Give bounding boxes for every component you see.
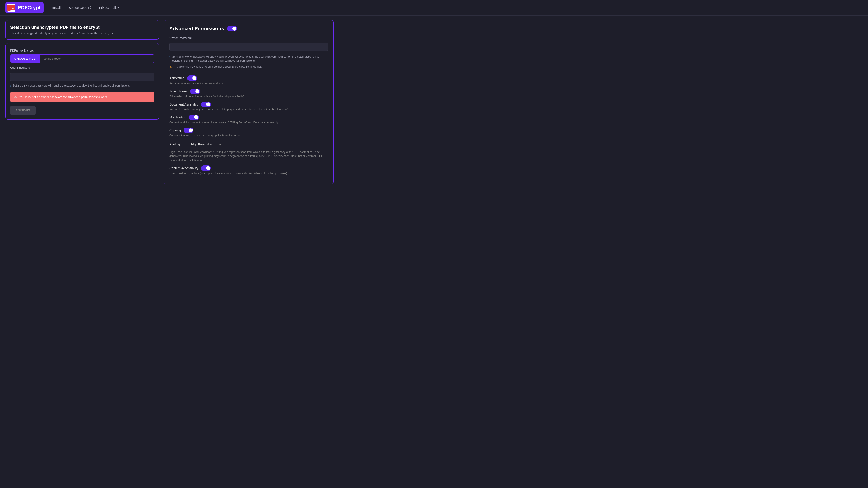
owner-password-input[interactable]: [169, 43, 328, 51]
error-box: ⚠ You must set an owner password for adv…: [10, 92, 154, 102]
nav: Install Source Code Privacy Policy: [49, 4, 122, 11]
filling-forms-desc: Fill in existing interactive form fields…: [169, 95, 328, 98]
document-assembly-toggle[interactable]: [201, 102, 211, 107]
permission-printing: Printing High Resolution Low Resolution …: [169, 141, 328, 162]
error-icon: ⚠: [14, 95, 17, 99]
warning-triangle-icon: ⚠: [169, 65, 172, 69]
filling-forms-label: Filling Forms: [169, 90, 187, 93]
filling-forms-toggle[interactable]: [190, 89, 200, 94]
content-accessibility-label: Content Accessibility: [169, 166, 198, 170]
permission-document-assembly: Document Assembly Assemble the document …: [169, 102, 328, 111]
advanced-permissions-header: Advanced Permissions: [169, 26, 328, 32]
choose-file-button[interactable]: CHOOSE FILE: [10, 55, 40, 63]
permissions-section: Annotating Permission to add or modify t…: [169, 75, 328, 175]
app-name: PDFCrypt: [18, 5, 40, 11]
permission-filling-forms: Filling Forms Fill in existing interacti…: [169, 89, 328, 98]
owner-password-warning-note: ⚠ It is up to the PDF reader to enforce …: [169, 65, 328, 69]
page-subtitle: This file is encrypted entirely on your …: [10, 31, 154, 35]
copying-desc: Copy or otherwise extract text and graph…: [169, 134, 328, 138]
permission-annotating: Annotating Permission to add or modify t…: [169, 75, 328, 86]
header: PDF PDFCrypt Install Source Code Privacy…: [0, 0, 868, 15]
left-panel: Select an unencrypted PDF file to encryp…: [5, 20, 159, 184]
title-card: Select an unencrypted PDF file to encryp…: [5, 20, 159, 39]
encrypt-button[interactable]: ENCRYPT: [10, 106, 36, 115]
permission-copying: Copying Copy or otherwise extract text a…: [169, 128, 328, 138]
modification-label: Modification: [169, 116, 186, 119]
user-password-info: ℹ Setting only a user password will requ…: [10, 84, 154, 89]
printing-select[interactable]: High Resolution Low Resolution None: [188, 141, 224, 148]
logo: PDF PDFCrypt: [5, 2, 43, 13]
info-circle-icon: ℹ: [169, 55, 170, 59]
encrypt-section-label: PDF(s) to Encrypt: [10, 49, 154, 52]
document-assembly-desc: Assemble the document (insert, rotate or…: [169, 108, 328, 111]
file-name-label: No file chosen: [40, 55, 154, 63]
right-panel: Advanced Permissions Owner Password ℹ Se…: [164, 20, 334, 184]
printing-desc: High Resolution vs Low Resolution: "Prin…: [169, 150, 328, 162]
owner-password-label: Owner Password: [169, 36, 328, 39]
user-password-section: User Password: [10, 66, 154, 81]
content-accessibility-desc: Extract text and graphics (in support of…: [169, 171, 328, 175]
annotating-desc: Permission to add or modify text annotat…: [169, 82, 328, 86]
install-link[interactable]: Install: [49, 4, 64, 11]
advanced-permissions-toggle[interactable]: [227, 26, 237, 31]
modification-desc: Content modifications not covered by 'An…: [169, 121, 328, 125]
owner-password-info-note: ℹ Setting an owner password will allow y…: [169, 55, 328, 63]
external-link-icon: [88, 6, 91, 9]
user-password-label: User Password: [10, 66, 154, 69]
main-content: Select an unencrypted PDF file to encryp…: [0, 15, 339, 189]
svg-rect-0: [11, 5, 15, 10]
error-message: You must set an owner password for advan…: [19, 95, 108, 99]
privacy-policy-link[interactable]: Privacy Policy: [96, 4, 122, 11]
copying-toggle[interactable]: [184, 128, 193, 133]
owner-password-section: Owner Password: [169, 36, 328, 51]
svg-text:PDF: PDF: [11, 8, 14, 9]
content-accessibility-toggle[interactable]: [201, 165, 211, 171]
printing-label: Printing: [169, 141, 185, 146]
copying-label: Copying: [169, 129, 181, 132]
document-assembly-label: Document Assembly: [169, 103, 198, 106]
page-title: Select an unencrypted PDF file to encryp…: [10, 25, 154, 30]
encrypt-form-card: PDF(s) to Encrypt CHOOSE FILE No file ch…: [5, 43, 159, 120]
annotating-toggle[interactable]: [187, 75, 197, 81]
annotating-label: Annotating: [169, 76, 184, 80]
pdf-icon-svg: PDF: [11, 4, 16, 11]
source-code-link[interactable]: Source Code: [66, 4, 94, 11]
permission-content-accessibility: Content Accessibility Extract text and g…: [169, 165, 328, 175]
advanced-permissions-title: Advanced Permissions: [169, 26, 224, 32]
info-icon: ℹ: [10, 84, 11, 89]
permission-modification: Modification Content modifications not c…: [169, 115, 328, 125]
file-input-row: CHOOSE FILE No file chosen: [10, 55, 154, 63]
user-password-input[interactable]: [10, 73, 154, 81]
logo-icon: PDF: [7, 4, 16, 12]
modification-toggle[interactable]: [189, 115, 199, 120]
